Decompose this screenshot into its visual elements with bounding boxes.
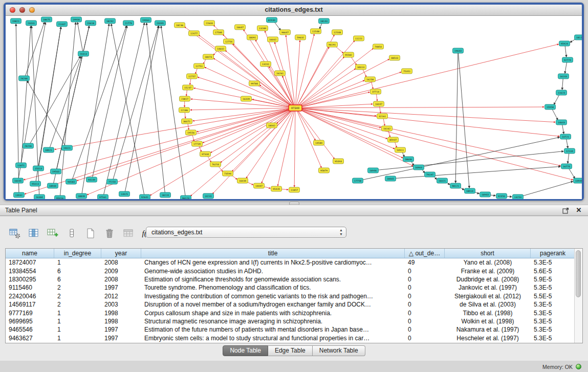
table-row[interactable]: 911546021997Tourette syndrome. Phenomeno… xyxy=(6,283,575,292)
graph-edge[interactable] xyxy=(298,104,373,108)
graph-node[interactable]: 20618 xyxy=(85,20,96,26)
graph-node[interactable]: 16647 xyxy=(235,25,246,30)
graph-node[interactable]: 18646 xyxy=(403,157,414,162)
graph-node[interactable]: 19556 xyxy=(186,130,197,135)
graph-node[interactable]: 16384 xyxy=(34,194,45,199)
graph-node[interactable]: 95582 xyxy=(343,52,354,57)
graph-node[interactable]: 16774 xyxy=(561,164,572,169)
column-header-pagerank[interactable]: pagerank xyxy=(531,249,575,258)
graph-node[interactable]: 96647 xyxy=(280,30,291,35)
graph-node[interactable]: 21307 xyxy=(57,21,68,27)
graph-node[interactable]: 16258 xyxy=(365,77,376,82)
graph-edge[interactable] xyxy=(565,45,567,57)
graph-edge[interactable] xyxy=(193,108,293,121)
graph-node[interactable]: 18224 xyxy=(160,192,171,198)
graph-edge[interactable] xyxy=(72,26,126,181)
graph-edge[interactable] xyxy=(298,108,555,122)
tab-network-table[interactable]: Network Table xyxy=(313,345,365,356)
delete-column-button[interactable] xyxy=(103,227,116,240)
import-table-button[interactable] xyxy=(84,227,97,240)
table-row[interactable]: 977716911998Corpus callosum shape and si… xyxy=(6,309,575,317)
memory-status-icon[interactable] xyxy=(576,364,581,369)
column-header-title[interactable]: title xyxy=(141,249,405,258)
graph-node[interactable]: 36071 xyxy=(182,119,192,124)
table-row[interactable]: 946554611997Estimation of the future num… xyxy=(6,325,575,334)
graph-node[interactable]: 96123 xyxy=(181,195,191,199)
graph-edge[interactable] xyxy=(92,26,127,178)
graph-node[interactable]: 95435 xyxy=(271,186,282,191)
scrollbar-thumb[interactable] xyxy=(576,250,581,297)
column-header-name[interactable]: name xyxy=(6,249,54,258)
graph-edge[interactable] xyxy=(298,108,573,180)
graph-node[interactable]: 12186 xyxy=(179,107,190,113)
graph-node[interactable]: 11857 xyxy=(289,187,300,192)
graph-node[interactable]: 95879 xyxy=(319,168,330,173)
table-selector-dropdown[interactable]: citations_edges.txt ▲▼ xyxy=(146,227,346,238)
graph-node[interactable]: 20431 xyxy=(26,20,37,26)
graph-node[interactable]: 18839 xyxy=(76,193,87,199)
graph-node[interactable]: 16143 xyxy=(558,74,569,79)
graph-node[interactable]: 97561 xyxy=(98,194,108,199)
graph-node[interactable]: 95924 xyxy=(559,41,570,46)
graph-node[interactable]: 13253 xyxy=(513,194,524,199)
graph-node[interactable]: 95493 xyxy=(333,159,344,164)
graph-node[interactable]: 99784 xyxy=(249,81,260,86)
graph-node[interactable]: 97334 xyxy=(200,151,211,157)
graph-node[interactable]: 18236 xyxy=(175,23,185,28)
graph-node[interactable]: 95416 xyxy=(55,195,66,199)
graph-node[interactable]: 77254 xyxy=(107,179,118,184)
graph-node[interactable]: 14447 xyxy=(254,183,265,188)
graph-node[interactable]: 19563 xyxy=(51,169,61,174)
table-row[interactable]: 1830029562008Estimation of significance … xyxy=(6,275,575,283)
graph-node[interactable]: 18292 xyxy=(105,18,116,24)
graph-edge[interactable] xyxy=(565,61,567,73)
tab-edge-table[interactable]: Edge Table xyxy=(268,345,313,356)
graph-node[interactable]: 94149 xyxy=(86,177,97,182)
table-row[interactable]: 2242004622012Investigating the contribut… xyxy=(6,292,575,300)
close-window-button[interactable] xyxy=(10,7,15,13)
graph-edge[interactable] xyxy=(150,109,293,195)
float-panel-icon[interactable] xyxy=(561,206,570,214)
graph-node[interactable]: 19930 xyxy=(71,17,82,22)
graph-edge[interactable] xyxy=(111,24,144,195)
graph-node[interactable]: 19021 xyxy=(62,145,73,150)
graph-edge[interactable] xyxy=(225,51,293,107)
graph-edge[interactable] xyxy=(296,34,314,106)
graph-node[interactable]: 16002 xyxy=(268,37,278,42)
graph-node[interactable]: 18073 xyxy=(203,54,214,59)
graph-node[interactable]: 11871 xyxy=(16,163,27,168)
graph-node[interactable]: 17584 xyxy=(213,30,224,35)
graph-node[interactable]: 18921 xyxy=(43,147,54,152)
graph-node[interactable]: 73594 xyxy=(223,171,233,176)
graph-node[interactable]: 92450 xyxy=(496,193,507,199)
graph-node[interactable]: 79197 xyxy=(425,172,435,177)
graph-node[interactable]: 16946 xyxy=(368,168,379,173)
graph-edge[interactable] xyxy=(295,40,300,106)
graph-node[interactable]: 18914 xyxy=(465,188,475,193)
table-row[interactable]: 1938455462009Genome-wide association stu… xyxy=(6,267,575,275)
graph-node[interactable]: 32161 xyxy=(377,114,388,119)
graph-node[interactable]: 75351 xyxy=(402,69,412,74)
graph-node[interactable]: 16035 xyxy=(13,178,24,183)
graph-node[interactable]: 90583 xyxy=(66,179,77,184)
graph-edge[interactable] xyxy=(298,108,559,136)
show-columns-button[interactable] xyxy=(27,227,40,240)
graph-edge[interactable] xyxy=(297,47,329,106)
graph-node[interactable]: 14584 xyxy=(314,140,324,145)
graph-edge[interactable] xyxy=(82,24,109,194)
graph-edge[interactable] xyxy=(554,94,559,104)
minimize-window-button[interactable] xyxy=(19,7,25,13)
graph-edge[interactable] xyxy=(297,49,373,107)
graph-node[interactable]: 20313 xyxy=(78,51,89,56)
graph-edge[interactable] xyxy=(297,57,344,107)
graph-edge[interactable] xyxy=(25,23,45,77)
graph-node[interactable]: 14602 xyxy=(215,46,226,51)
delete-table-button[interactable] xyxy=(122,227,135,240)
graph-edge[interactable] xyxy=(562,124,563,134)
graph-node[interactable]: 12754 xyxy=(224,39,234,44)
graph-edge[interactable] xyxy=(520,182,573,197)
graph-node[interactable]: 21779 xyxy=(123,20,134,26)
create-column-button[interactable] xyxy=(46,227,59,240)
graph-node[interactable]: 18091 xyxy=(247,35,258,40)
graph-edge[interactable] xyxy=(56,26,89,170)
